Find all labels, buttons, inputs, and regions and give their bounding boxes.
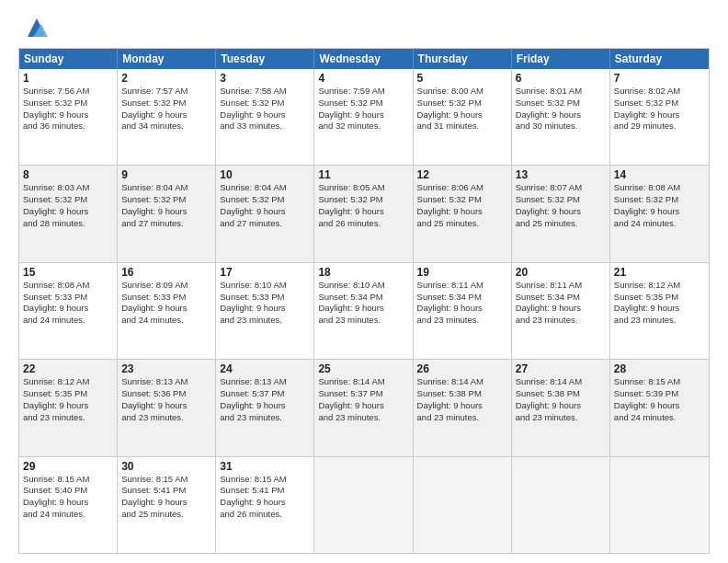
cell-line: Daylight: 9 hours (614, 400, 705, 412)
day-cell-10: 10Sunrise: 8:04 AMSunset: 5:32 PMDayligh… (216, 166, 314, 261)
cell-line: Sunrise: 8:11 AM (516, 280, 606, 292)
day-cell-11: 11Sunrise: 8:05 AMSunset: 5:32 PMDayligh… (314, 166, 413, 261)
cell-line: and 23 minutes. (23, 412, 113, 424)
cell-line: and 23 minutes. (220, 412, 310, 424)
cell-line: Daylight: 9 hours (23, 109, 113, 121)
cell-line: and 26 minutes. (220, 509, 310, 521)
cell-line: and 24 minutes. (614, 218, 705, 230)
cell-line: Sunrise: 7:59 AM (318, 86, 408, 98)
weekday-header-thursday: Thursday (414, 49, 512, 69)
day-cell-27: 27Sunrise: 8:14 AMSunset: 5:38 PMDayligh… (512, 360, 610, 455)
cell-line: and 23 minutes. (318, 412, 408, 424)
day-number: 5 (417, 72, 507, 85)
day-cell-8: 8Sunrise: 8:03 AMSunset: 5:32 PMDaylight… (19, 166, 118, 261)
day-number: 21 (614, 266, 705, 279)
cell-line: Sunset: 5:33 PM (121, 292, 211, 304)
cell-line: and 23 minutes. (516, 315, 606, 327)
day-cell-9: 9Sunrise: 8:04 AMSunset: 5:32 PMDaylight… (118, 166, 216, 261)
cell-line: Sunrise: 8:11 AM (417, 280, 507, 292)
cell-line: and 23 minutes. (516, 412, 606, 424)
day-cell-3: 3Sunrise: 7:58 AMSunset: 5:32 PMDaylight… (216, 69, 314, 165)
cell-line: Daylight: 9 hours (614, 303, 705, 315)
cell-line: Sunset: 5:32 PM (23, 194, 113, 206)
day-cell-28: 28Sunrise: 8:15 AMSunset: 5:39 PMDayligh… (610, 360, 709, 455)
day-number: 3 (220, 72, 310, 85)
cell-line: Sunrise: 7:58 AM (220, 86, 310, 98)
cell-line: and 24 minutes. (614, 412, 705, 424)
cell-line: Sunrise: 8:05 AM (318, 182, 408, 194)
day-cell-22: 22Sunrise: 8:12 AMSunset: 5:35 PMDayligh… (19, 360, 118, 455)
cell-line: Sunrise: 8:03 AM (23, 182, 113, 194)
cell-line: Sunset: 5:32 PM (614, 194, 705, 206)
day-cell-16: 16Sunrise: 8:09 AMSunset: 5:33 PMDayligh… (118, 263, 216, 359)
cell-line: Sunrise: 8:08 AM (614, 182, 705, 194)
day-number: 16 (121, 266, 211, 279)
cell-line: Sunrise: 8:08 AM (23, 280, 113, 292)
cell-line: and 23 minutes. (614, 315, 705, 327)
day-cell-31: 31Sunrise: 8:15 AMSunset: 5:41 PMDayligh… (216, 457, 314, 553)
day-number: 10 (220, 168, 310, 181)
cell-line: Daylight: 9 hours (417, 303, 507, 315)
day-number: 11 (318, 168, 408, 181)
cell-line: Daylight: 9 hours (516, 109, 606, 121)
day-number: 31 (220, 460, 310, 473)
cell-line: and 31 minutes. (417, 121, 507, 132)
cell-line: Daylight: 9 hours (417, 109, 507, 121)
cell-line: Sunrise: 8:00 AM (417, 86, 507, 98)
cell-line: and 34 minutes. (121, 121, 211, 132)
cell-line: Sunset: 5:38 PM (516, 388, 606, 400)
cell-line: Daylight: 9 hours (318, 400, 408, 412)
day-cell-6: 6Sunrise: 8:01 AMSunset: 5:32 PMDaylight… (512, 69, 610, 165)
day-cell-24: 24Sunrise: 8:13 AMSunset: 5:37 PMDayligh… (216, 360, 314, 455)
cell-line: Sunset: 5:32 PM (220, 194, 310, 206)
logo (18, 15, 50, 40)
day-number: 25 (318, 362, 408, 375)
cell-line: Sunrise: 7:57 AM (121, 86, 211, 98)
cell-line: Sunrise: 8:02 AM (614, 86, 705, 98)
day-number: 29 (23, 460, 113, 473)
cell-line: Sunset: 5:38 PM (417, 388, 507, 400)
weekday-header-saturday: Saturday (610, 49, 709, 69)
cell-line: Sunrise: 8:01 AM (516, 86, 606, 98)
cell-line: Daylight: 9 hours (417, 400, 507, 412)
day-number: 12 (417, 168, 507, 181)
calendar-row-4: 22Sunrise: 8:12 AMSunset: 5:35 PMDayligh… (19, 359, 709, 455)
day-cell-5: 5Sunrise: 8:00 AMSunset: 5:32 PMDaylight… (414, 69, 512, 165)
cell-line: Sunrise: 8:10 AM (220, 280, 310, 292)
cell-line: Sunset: 5:32 PM (516, 194, 606, 206)
cell-line: Daylight: 9 hours (121, 109, 211, 121)
cell-line: Daylight: 9 hours (23, 497, 113, 509)
logo-icon (24, 15, 50, 40)
day-number: 23 (121, 362, 211, 375)
day-number: 27 (516, 362, 606, 375)
day-cell-14: 14Sunrise: 8:08 AMSunset: 5:32 PMDayligh… (610, 166, 709, 261)
cell-line: and 32 minutes. (318, 121, 408, 132)
cell-line: Sunrise: 8:04 AM (121, 182, 211, 194)
day-cell-26: 26Sunrise: 8:14 AMSunset: 5:38 PMDayligh… (414, 360, 512, 455)
cell-line: Daylight: 9 hours (23, 206, 113, 218)
cell-line: Sunrise: 8:14 AM (516, 376, 606, 388)
cell-line: Daylight: 9 hours (121, 206, 211, 218)
empty-cell (512, 457, 610, 553)
cell-line: and 25 minutes. (417, 218, 507, 230)
cell-line: and 27 minutes. (121, 218, 211, 230)
cell-line: Sunset: 5:32 PM (516, 98, 606, 109)
cell-line: Sunset: 5:41 PM (220, 485, 310, 497)
day-cell-4: 4Sunrise: 7:59 AMSunset: 5:32 PMDaylight… (314, 69, 413, 165)
calendar-row-2: 8Sunrise: 8:03 AMSunset: 5:32 PMDaylight… (19, 165, 709, 261)
day-cell-15: 15Sunrise: 8:08 AMSunset: 5:33 PMDayligh… (19, 263, 118, 359)
cell-line: Sunset: 5:32 PM (614, 98, 705, 109)
weekday-header-wednesday: Wednesday (314, 49, 413, 69)
cell-line: Sunrise: 7:56 AM (23, 86, 113, 98)
cell-line: Sunrise: 8:06 AM (417, 182, 507, 194)
cell-line: Sunset: 5:36 PM (121, 388, 211, 400)
day-number: 7 (614, 72, 705, 85)
day-number: 4 (318, 72, 408, 85)
cell-line: and 26 minutes. (318, 218, 408, 230)
day-number: 2 (121, 72, 211, 85)
cell-line: Sunset: 5:37 PM (318, 388, 408, 400)
cell-line: Sunset: 5:37 PM (220, 388, 310, 400)
day-number: 15 (23, 266, 113, 279)
day-number: 9 (121, 168, 211, 181)
cell-line: Sunset: 5:32 PM (220, 98, 310, 109)
